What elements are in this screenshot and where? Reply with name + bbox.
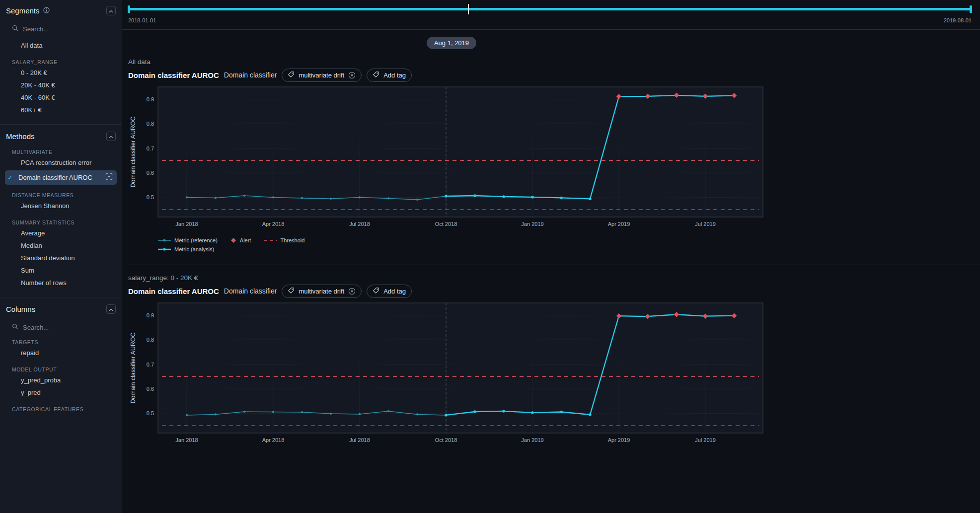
- svg-text:0.7: 0.7: [147, 146, 154, 151]
- methods-header: Methods: [0, 131, 122, 142]
- metric-chart-all-data[interactable]: 0.50.60.70.80.9Jan 2018Apr 2018Jul 2018O…: [128, 85, 765, 232]
- chart-legend: Metric (reference) Alert Threshold Metri…: [158, 236, 972, 254]
- sidebar-item-sum[interactable]: Sum: [0, 264, 122, 277]
- sidebar-item-repaid[interactable]: repaid: [0, 347, 122, 359]
- add-tag-button[interactable]: Add tag: [367, 285, 412, 298]
- svg-text:Jan 2019: Jan 2019: [521, 437, 543, 443]
- columns-collapse-button[interactable]: [106, 304, 116, 314]
- divider: [122, 29, 980, 30]
- sidebar-item-40k-60k[interactable]: 40K - 60K €: [0, 91, 122, 104]
- remove-tag-icon[interactable]: [348, 288, 356, 295]
- sidebar-item-jensen-shannon[interactable]: Jensen Shannon: [0, 200, 122, 212]
- methods-title: Methods: [6, 132, 35, 141]
- svg-text:0.8: 0.8: [147, 121, 154, 127]
- sidebar-item-domain-classifier-auroc-selected[interactable]: ✓ Domain classifier AUROC: [5, 170, 117, 185]
- sidebar-item-standard-deviation[interactable]: Standard deviation: [0, 252, 122, 264]
- columns-search: [12, 323, 116, 332]
- timeline-slider: [128, 6, 972, 13]
- svg-text:0.9: 0.9: [147, 96, 154, 102]
- timeline-range-bar[interactable]: [128, 8, 972, 10]
- check-icon: ✓: [7, 174, 14, 181]
- legend-label: Alert: [240, 237, 251, 243]
- group-label-salary-range: SALARY_RANGE: [12, 59, 122, 65]
- svg-text:Jul 2019: Jul 2019: [695, 437, 716, 443]
- svg-text:Apr 2018: Apr 2018: [262, 437, 285, 443]
- section-header: salary_range: 0 - 20K € Domain classifie…: [128, 274, 972, 298]
- methods-collapse-button[interactable]: [106, 132, 116, 141]
- chevron-up-icon: [109, 305, 113, 313]
- chevron-up-icon: [109, 7, 113, 14]
- svg-text:0.6: 0.6: [147, 170, 154, 176]
- chevron-up-icon: [109, 133, 113, 140]
- columns-header: Columns: [0, 303, 122, 314]
- svg-text:Jan 2019: Jan 2019: [521, 221, 543, 227]
- tag-label: multivariate drift: [299, 288, 344, 295]
- selected-method-label: Domain classifier AUROC: [18, 174, 101, 181]
- legend-item-alert[interactable]: Alert: [230, 237, 251, 243]
- legend-label: Metric (analysis): [174, 246, 214, 252]
- tag-icon: [288, 71, 295, 79]
- svg-text:Oct 2018: Oct 2018: [435, 437, 457, 443]
- sidebar-item-pca-reconstruction-error[interactable]: PCA reconstruction error: [0, 156, 122, 169]
- info-icon[interactable]: [43, 6, 50, 15]
- search-icon: [12, 323, 18, 332]
- metric-subtitle: Domain classifier: [224, 71, 277, 79]
- tag-pill-multivariate-drift[interactable]: multivariate drift: [282, 285, 362, 298]
- segments-collapse-button[interactable]: [106, 6, 116, 15]
- svg-text:Oct 2018: Oct 2018: [435, 221, 457, 227]
- metric-section-all-data: All data Domain classifier AUROC Domain …: [128, 58, 972, 254]
- selected-date-badge[interactable]: Aug 1, 2019: [427, 37, 476, 49]
- legend-item-analysis[interactable]: Metric (analysis): [158, 246, 214, 252]
- legend-item-reference[interactable]: Metric (reference): [158, 237, 218, 243]
- segments-header: Segments: [0, 5, 122, 16]
- timeline-labels: 2018-01-01 2019-08-01: [128, 17, 972, 23]
- segments-search-input[interactable]: [23, 25, 97, 33]
- columns-search-input[interactable]: [23, 324, 97, 331]
- tag-icon: [288, 287, 295, 295]
- tag-icon: [373, 287, 379, 295]
- legend-label: Metric (reference): [174, 237, 218, 243]
- group-label-multivariate: MULTIVARIATE: [12, 149, 122, 155]
- sidebar-item-number-of-rows[interactable]: Number of rows: [0, 277, 122, 289]
- sidebar-item-60k-plus[interactable]: 60K+ €: [0, 104, 122, 116]
- sidebar-divider: [0, 297, 122, 297]
- remove-tag-icon[interactable]: [348, 72, 356, 79]
- segment-label: salary_range: 0 - 20K €: [128, 274, 972, 282]
- svg-text:0.8: 0.8: [147, 337, 154, 343]
- app-root: Segments All data SALARY_RANGE 0 - 20K €…: [0, 0, 980, 513]
- timeline-end-handle[interactable]: [970, 5, 972, 13]
- sidebar-item-0-20k[interactable]: 0 - 20K €: [0, 67, 122, 79]
- columns-title: Columns: [6, 305, 35, 313]
- svg-text:0.6: 0.6: [147, 386, 154, 392]
- group-label-categorical-features: CATEGORICAL FEATURES: [12, 406, 122, 412]
- timeline-cursor[interactable]: [468, 4, 469, 14]
- sidebar-item-median[interactable]: Median: [0, 239, 122, 252]
- legend-label: Threshold: [280, 237, 304, 243]
- timeline-start-handle[interactable]: [128, 5, 130, 13]
- metric-title: Domain classifier AUROC: [128, 71, 219, 79]
- legend-item-threshold[interactable]: Threshold: [264, 237, 304, 243]
- svg-text:Domain classifier AUROC: Domain classifier AUROC: [130, 116, 137, 187]
- sidebar-divider: [0, 124, 122, 125]
- focus-target-icon[interactable]: [105, 173, 113, 182]
- svg-text:Jan 2018: Jan 2018: [175, 437, 198, 443]
- segments-title: Segments: [6, 6, 40, 15]
- sidebar-item-all-data[interactable]: All data: [0, 39, 122, 52]
- svg-text:Jul 2018: Jul 2018: [349, 437, 370, 443]
- add-tag-button[interactable]: Add tag: [367, 69, 412, 82]
- sidebar-item-y-pred-proba[interactable]: y_pred_proba: [0, 374, 122, 386]
- metric-section-salary-0-20k: salary_range: 0 - 20K € Domain classifie…: [128, 274, 972, 448]
- sidebar-item-20k-40k[interactable]: 20K - 40K €: [0, 79, 122, 91]
- svg-text:Jul 2018: Jul 2018: [349, 221, 370, 227]
- analysis-line-swatch: [158, 247, 171, 252]
- add-tag-label: Add tag: [383, 288, 406, 295]
- tag-label: multivariate drift: [299, 72, 344, 79]
- svg-text:0.5: 0.5: [147, 410, 154, 416]
- svg-text:Apr 2019: Apr 2019: [608, 221, 630, 227]
- tag-pill-multivariate-drift[interactable]: multivariate drift: [282, 69, 362, 82]
- main-content: 2018-01-01 2019-08-01 Aug 1, 2019 All da…: [122, 0, 980, 513]
- metric-chart-salary-0-20k[interactable]: 0.50.60.70.80.9Jan 2018Apr 2018Jul 2018O…: [128, 301, 765, 448]
- sidebar-item-average[interactable]: Average: [0, 227, 122, 239]
- svg-text:Apr 2019: Apr 2019: [608, 437, 630, 443]
- sidebar-item-y-pred[interactable]: y_pred: [0, 386, 122, 399]
